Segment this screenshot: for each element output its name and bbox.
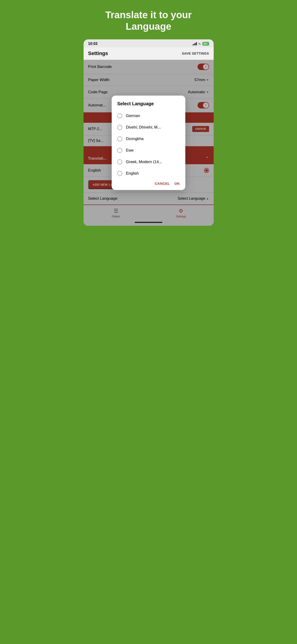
outer-wrapper: Translate it to your Language 10:03 ∿ 80… <box>74 0 223 235</box>
modal-list-item[interactable]: Dzongkha <box>112 133 185 145</box>
status-time: 10:03 <box>88 42 98 46</box>
modal-overlay: Select Language GermanDivehi; Dhivehi; M… <box>84 60 214 226</box>
modal-title: Select Language <box>112 96 185 110</box>
hero-title: Translate it to your Language <box>74 9 223 32</box>
modal-item-label-4: Greek, Modern (14... <box>126 160 162 164</box>
modal-item-label-5: English <box>126 171 139 176</box>
modal-radio-3[interactable] <box>117 148 122 153</box>
modal-radio-0[interactable] <box>117 113 122 118</box>
modal-ok-button[interactable]: OK <box>174 182 180 186</box>
save-settings-button[interactable]: SAVE SETTINGS <box>182 52 209 55</box>
wifi-icon: ∿ <box>198 42 201 46</box>
modal-radio-2[interactable] <box>117 136 122 142</box>
modal-item-label-3: Ewe <box>126 148 134 153</box>
modal-list-item[interactable]: English <box>112 168 185 179</box>
modal-list-item[interactable]: Divehi; Dhivehi; M... <box>112 122 185 133</box>
phone-frame: 10:03 ∿ 80+ Settings SAVE SETTINGS Print… <box>84 40 214 226</box>
modal-dialog: Select Language GermanDivehi; Dhivehi; M… <box>112 96 185 190</box>
app-title: Settings <box>88 50 108 56</box>
status-icons: ∿ 80+ <box>193 42 209 46</box>
modal-radio-5[interactable] <box>117 171 122 176</box>
modal-list: GermanDivehi; Dhivehi; M...DzongkhaEweGr… <box>112 110 185 179</box>
signal-bars-icon <box>193 42 197 45</box>
settings-content: Print Barcode Paper Width 57mm ▼ Code Pa… <box>84 60 214 226</box>
modal-actions: CANCEL OK <box>112 179 185 190</box>
modal-radio-4[interactable] <box>117 160 122 164</box>
modal-item-label-1: Divehi; Dhivehi; M... <box>126 125 161 130</box>
modal-item-label-2: Dzongkha <box>126 136 144 141</box>
modal-list-item[interactable]: Greek, Modern (14... <box>112 156 185 168</box>
app-header: Settings SAVE SETTINGS <box>84 47 214 60</box>
modal-item-label-0: German <box>126 114 140 118</box>
modal-cancel-button[interactable]: CANCEL <box>155 182 170 186</box>
modal-list-item[interactable]: German <box>112 110 185 122</box>
status-bar: 10:03 ∿ 80+ <box>84 40 214 47</box>
modal-list-item[interactable]: Ewe <box>112 145 185 156</box>
modal-radio-1[interactable] <box>117 125 122 130</box>
battery-icon: 80+ <box>202 42 209 46</box>
